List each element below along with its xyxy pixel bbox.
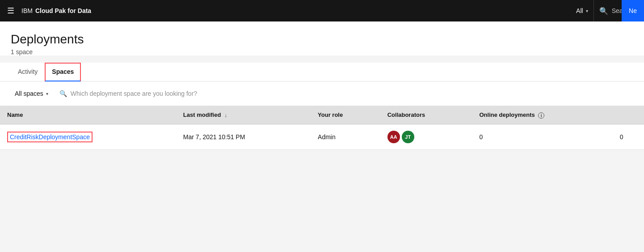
page-subtitle: 1 space	[11, 48, 633, 56]
hamburger-menu-icon[interactable]: ☰	[7, 6, 14, 16]
col-collaborators: Collaborators	[380, 106, 472, 124]
avatar-aa: AA	[387, 131, 400, 143]
avatar-jt: JT	[402, 131, 414, 143]
search-icon: 🔍	[599, 7, 608, 15]
table-header: Name Last modified ↓ Your role Collabora…	[0, 106, 644, 124]
global-filter-dropdown[interactable]: All ▾	[571, 0, 594, 21]
table-body: CreditRiskDeploymentSpace Mar 7, 2021 10…	[0, 124, 644, 149]
top-navigation: ☰ IBM Cloud Pak for Data All ▾ 🔍 Search …	[0, 0, 644, 21]
chevron-down-icon: ▾	[586, 9, 588, 13]
cell-last-modified: Mar 7, 2021 10:51 PM	[176, 124, 311, 149]
spaces-search-box[interactable]: 🔍 Which deployment space are you looking…	[59, 90, 633, 97]
cell-online-deployments: 0	[472, 124, 612, 149]
search-placeholder-text: Which deployment space are you looking f…	[71, 90, 197, 97]
tabs-container: Activity Spaces	[0, 63, 644, 81]
spaces-filter-dropdown[interactable]: All spaces ▾	[11, 87, 52, 100]
ibm-label: IBM	[21, 7, 33, 14]
cell-batch-deployments: 0	[613, 124, 644, 149]
cell-name: CreditRiskDeploymentSpace	[0, 124, 176, 149]
sort-icon: ↓	[224, 112, 227, 119]
col-batch-deployments	[613, 106, 644, 124]
search-icon: 🔍	[59, 90, 67, 97]
cell-collaborators: AA JT	[380, 124, 472, 149]
tab-spaces[interactable]: Spaces	[45, 63, 81, 81]
main-content: All spaces ▾ 🔍 Which deployment space ar…	[0, 81, 644, 150]
spaces-table-wrapper: Name Last modified ↓ Your role Collabora…	[0, 106, 644, 150]
cpd-label: Cloud Pak for Data	[35, 7, 91, 14]
new-button[interactable]: Ne	[622, 0, 644, 21]
chevron-down-icon: ▾	[46, 91, 48, 96]
deployment-space-link[interactable]: CreditRiskDeploymentSpace	[7, 132, 93, 142]
cell-your-role: Admin	[311, 124, 380, 149]
spaces-table: Name Last modified ↓ Your role Collabora…	[0, 106, 644, 150]
collaborators-avatars: AA JT	[387, 131, 465, 143]
brand-logo: IBM Cloud Pak for Data	[21, 7, 571, 14]
tab-activity[interactable]: Activity	[11, 63, 45, 81]
col-online-deployments: Online deployments i	[472, 106, 612, 124]
filter-bar: All spaces ▾ 🔍 Which deployment space ar…	[0, 81, 644, 106]
col-your-role: Your role	[311, 106, 380, 124]
page-header: Deployments 1 space	[0, 21, 644, 56]
info-icon: i	[538, 112, 544, 119]
filter-label: All	[576, 7, 583, 14]
col-last-modified[interactable]: Last modified ↓	[176, 106, 311, 124]
spaces-filter-label: All spaces	[15, 90, 43, 97]
col-name: Name	[0, 106, 176, 124]
page-title: Deployments	[11, 32, 633, 47]
table-row: CreditRiskDeploymentSpace Mar 7, 2021 10…	[0, 124, 644, 149]
